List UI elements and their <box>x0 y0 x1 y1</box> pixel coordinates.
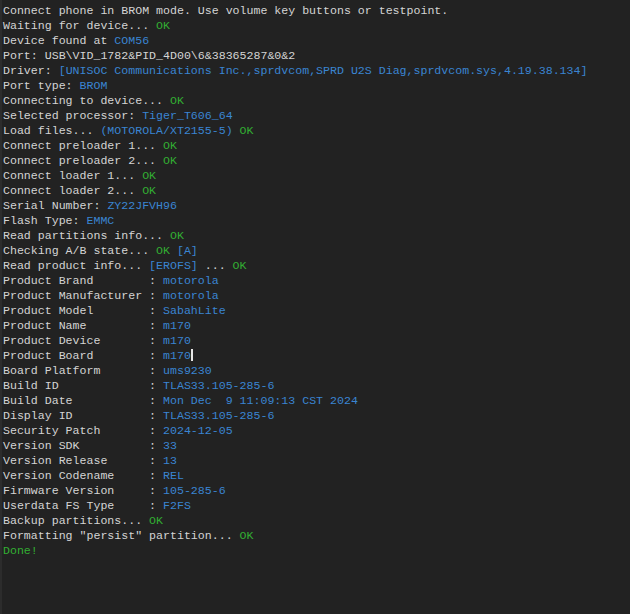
log-line: Connecting to device... OK <box>3 93 630 108</box>
log-line: Read product info... [EROFS] ... OK <box>3 258 630 273</box>
log-text: Connect preloader 1... <box>3 139 163 152</box>
log-value-text: [EROFS] <box>149 259 198 272</box>
log-value-text: EMMC <box>87 214 115 227</box>
log-text: Product Manufacturer : <box>3 289 163 302</box>
status-ok-text: OK <box>156 19 170 32</box>
log-line: Userdata FS Type : F2FS <box>3 498 630 513</box>
log-text: Version Release : <box>3 454 163 467</box>
log-line: Connect preloader 1... OK <box>3 138 630 153</box>
log-text: Build ID : <box>3 379 163 392</box>
log-line: Done! <box>3 543 630 558</box>
log-text: Formatting "persist" partition... <box>3 529 240 542</box>
status-ok-text: OK <box>240 124 254 137</box>
log-text: Build Date : <box>3 394 163 407</box>
log-value-text: motorola <box>163 274 219 287</box>
log-text: Product Brand : <box>3 274 163 287</box>
log-text <box>233 124 240 137</box>
log-value-text: COM56 <box>114 34 149 47</box>
log-line: Product Manufacturer : motorola <box>3 288 630 303</box>
log-line: Selected processor: Tiger_T606_64 <box>3 108 630 123</box>
log-text: Connecting to device... <box>3 94 170 107</box>
log-line: Driver: [UNISOC Communications Inc.,sprd… <box>3 63 630 78</box>
log-value-text: m170 <box>163 349 191 362</box>
log-output[interactable]: Connect phone in BROM mode. Use volume k… <box>3 3 630 614</box>
log-line: Port: USB\VID_1782&PID_4D00\6&38365287&0… <box>3 48 630 63</box>
log-value-text: SabahLite <box>163 304 226 317</box>
log-text: Serial Number: <box>3 199 107 212</box>
log-line: Build ID : TLAS33.105-285-6 <box>3 378 630 393</box>
log-value-text: TLAS33.105-285-6 <box>163 379 274 392</box>
log-text: Read product info... <box>3 259 149 272</box>
log-line: Display ID : TLAS33.105-285-6 <box>3 408 630 423</box>
log-value-text: 13 <box>163 454 177 467</box>
log-text: Version Codename : <box>3 469 163 482</box>
log-text: Connect preloader 2... <box>3 154 163 167</box>
log-line: Product Model : SabahLite <box>3 303 630 318</box>
log-value-text: ZY22JFVH96 <box>107 199 177 212</box>
log-value-text: m170 <box>163 334 191 347</box>
log-text: Checking A/B state... <box>3 244 156 257</box>
log-line: Read partitions info... OK <box>3 228 630 243</box>
log-text: Load files... <box>3 124 100 137</box>
log-text: Board Platform : <box>3 364 163 377</box>
status-ok-text: OK <box>142 169 156 182</box>
log-text: Backup partitions... <box>3 514 149 527</box>
log-text <box>170 244 177 257</box>
log-line: Waiting for device... OK <box>3 18 630 33</box>
log-text: Read partitions info... <box>3 229 170 242</box>
log-text: ... <box>198 259 233 272</box>
log-value-text: F2FS <box>163 499 191 512</box>
panel-left-edge <box>0 0 2 614</box>
status-ok-text: OK <box>240 529 254 542</box>
log-text: Display ID : <box>3 409 163 422</box>
log-line: Board Platform : ums9230 <box>3 363 630 378</box>
log-text: Selected processor: <box>3 109 142 122</box>
text-cursor <box>191 349 193 361</box>
log-line: Product Brand : motorola <box>3 273 630 288</box>
log-line: Connect loader 1... OK <box>3 168 630 183</box>
log-text: Product Board : <box>3 349 163 362</box>
status-ok-text: OK <box>163 139 177 152</box>
status-ok-text: OK <box>142 184 156 197</box>
log-value-text: m170 <box>163 319 191 332</box>
log-text: Port type: <box>3 79 80 92</box>
log-text: Firmware Version : <box>3 484 163 497</box>
log-value-text: ums9230 <box>163 364 212 377</box>
log-text: Product Device : <box>3 334 163 347</box>
flash-tool-window: Connect phone in BROM mode. Use volume k… <box>0 0 630 614</box>
log-text: Product Name : <box>3 319 163 332</box>
log-line: Version SDK : 33 <box>3 438 630 453</box>
log-value-text: [UNISOC Communications Inc.,sprdvcom,SPR… <box>59 64 588 77</box>
log-line: Checking A/B state... OK [A] <box>3 243 630 258</box>
log-line: Firmware Version : 105-285-6 <box>3 483 630 498</box>
log-line: Load files... (MOTOROLA/XT2155-5) OK <box>3 123 630 138</box>
log-value-text: Mon Dec 9 11:09:13 CST 2024 <box>163 394 358 407</box>
log-value-text: motorola <box>163 289 219 302</box>
log-text: Connect loader 1... <box>3 169 142 182</box>
log-line: Connect phone in BROM mode. Use volume k… <box>3 3 630 18</box>
log-line: Build Date : Mon Dec 9 11:09:13 CST 2024 <box>3 393 630 408</box>
log-value-text: TLAS33.105-285-6 <box>163 409 274 422</box>
log-text: Userdata FS Type : <box>3 499 163 512</box>
log-value-text: REL <box>163 469 184 482</box>
log-line: Security Patch : 2024-12-05 <box>3 423 630 438</box>
log-line: Connect loader 2... OK <box>3 183 630 198</box>
log-value-text: 105-285-6 <box>163 484 226 497</box>
log-line: Product Device : m170 <box>3 333 630 348</box>
log-value-text: Tiger_T606_64 <box>142 109 232 122</box>
status-ok-text: OK <box>170 229 184 242</box>
status-ok-text: Done! <box>3 544 38 557</box>
log-value-text: (MOTOROLA/XT2155-5) <box>100 124 232 137</box>
log-text: Flash Type: <box>3 214 87 227</box>
log-line: Serial Number: ZY22JFVH96 <box>3 198 630 213</box>
log-text: Device found at <box>3 34 114 47</box>
log-line: Formatting "persist" partition... OK <box>3 528 630 543</box>
log-line: Connect preloader 2... OK <box>3 153 630 168</box>
log-text: Connect loader 2... <box>3 184 142 197</box>
log-line: Product Board : m170 <box>3 348 630 363</box>
log-value-text: 33 <box>163 439 177 452</box>
log-line: Version Release : 13 <box>3 453 630 468</box>
log-value-text: [A] <box>177 244 198 257</box>
status-ok-text: OK <box>163 154 177 167</box>
status-ok-text: OK <box>149 514 163 527</box>
